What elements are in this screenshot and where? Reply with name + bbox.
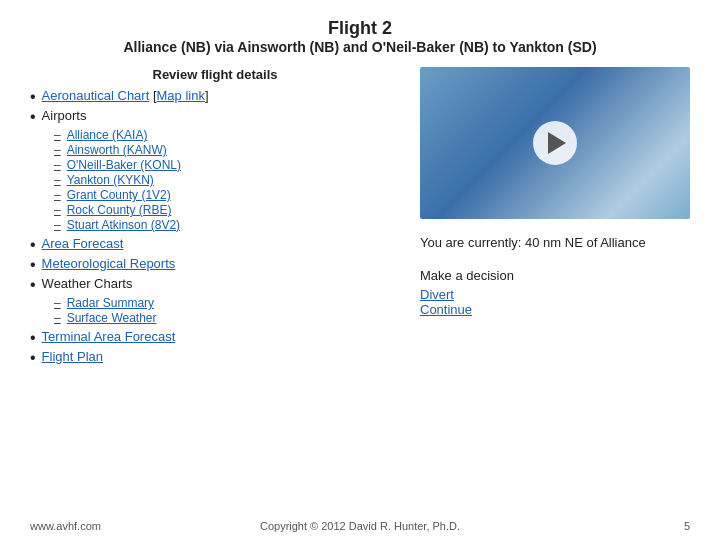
list-item-met-reports: • Meteorological Reports <box>30 256 400 273</box>
sub-dash: – <box>54 173 61 187</box>
airport-link[interactable]: Stuart Atkinson (8V2) <box>67 218 180 232</box>
list-item: –Rock County (RBE) <box>54 203 400 217</box>
airports-sub-list: –Alliance (KAIA) –Ainsworth (KANW) –O'Ne… <box>54 128 400 232</box>
footer-page: 5 <box>684 520 690 532</box>
bullet-dot: • <box>30 330 36 346</box>
sub-dash: – <box>54 128 61 142</box>
aero-chart-text: Aeronautical Chart [Map link] <box>42 88 209 103</box>
list-item: –Ainsworth (KANW) <box>54 143 400 157</box>
left-column: Review flight details • Aeronautical Cha… <box>30 67 400 369</box>
bullet-dot: • <box>30 237 36 253</box>
continue-link[interactable]: Continue <box>420 302 472 317</box>
title-block: Flight 2 Alliance (NB) via Ainsworth (NB… <box>30 18 690 55</box>
bullet-dot: • <box>30 89 36 105</box>
airport-link[interactable]: Rock County (RBE) <box>67 203 172 217</box>
footer-left: www.avhf.com <box>30 520 101 532</box>
bullet-dot: • <box>30 350 36 366</box>
list-item: –Grant County (1V2) <box>54 188 400 202</box>
list-item: –Yankton (KYKN) <box>54 173 400 187</box>
airport-link[interactable]: Yankton (KYKN) <box>67 173 154 187</box>
met-reports-link[interactable]: Meteorological Reports <box>42 256 176 271</box>
airport-link[interactable]: Ainsworth (KANW) <box>67 143 167 157</box>
decision-block: Make a decision Divert Continue <box>420 268 690 317</box>
more-bullet-list: • Area Forecast • Meteorological Reports… <box>30 236 400 293</box>
radar-summary-link[interactable]: Radar Summary <box>67 296 154 310</box>
list-item: • Aeronautical Chart [Map link] <box>30 88 400 105</box>
bullet-dot: • <box>30 277 36 293</box>
sub-dash: – <box>54 311 61 325</box>
weather-charts-label: Weather Charts <box>42 276 133 291</box>
map-link[interactable]: Map link <box>157 88 205 103</box>
play-button[interactable] <box>533 121 577 165</box>
video-thumbnail[interactable] <box>420 67 690 219</box>
list-item: –Surface Weather <box>54 311 400 325</box>
sub-dash: – <box>54 143 61 157</box>
airport-link[interactable]: O'Neill-Baker (KONL) <box>67 158 181 172</box>
divert-link[interactable]: Divert <box>420 287 454 302</box>
area-forecast-link[interactable]: Area Forecast <box>42 236 124 251</box>
flight-plan-link[interactable]: Flight Plan <box>42 349 103 364</box>
play-icon <box>548 132 566 154</box>
sub-dash: – <box>54 218 61 232</box>
surface-weather-link[interactable]: Surface Weather <box>67 311 157 325</box>
footer-copyright: Copyright © 2012 David R. Hunter, Ph.D. <box>260 520 460 532</box>
list-item-terminal-forecast: • Terminal Area Forecast <box>30 329 400 346</box>
airports-label: Airports <box>42 108 87 123</box>
list-item: –Alliance (KAIA) <box>54 128 400 142</box>
final-bullet-list: • Terminal Area Forecast • Flight Plan <box>30 329 400 366</box>
list-item-weather-charts: • Weather Charts <box>30 276 400 293</box>
title-line2: Alliance (NB) via Ainsworth (NB) and O'N… <box>30 39 690 55</box>
airport-link[interactable]: Grant County (1V2) <box>67 188 171 202</box>
sub-dash: – <box>54 188 61 202</box>
list-item-area-forecast: • Area Forecast <box>30 236 400 253</box>
weather-sub-list: –Radar Summary –Surface Weather <box>54 296 400 325</box>
bullet-dot-airports: • <box>30 109 36 125</box>
list-item-airports: • Airports <box>30 108 400 125</box>
list-item: –Radar Summary <box>54 296 400 310</box>
decision-label: Make a decision <box>420 268 690 283</box>
content-area: Review flight details • Aeronautical Cha… <box>30 67 690 369</box>
footer-center: Copyright © 2012 David R. Hunter, Ph.D. <box>260 520 460 532</box>
aero-chart-link[interactable]: Aeronautical Chart <box>42 88 150 103</box>
list-item-flight-plan: • Flight Plan <box>30 349 400 366</box>
aero-bracket-close: ] <box>205 88 209 103</box>
main-bullet-list: • Aeronautical Chart [Map link] • Airpor… <box>30 88 400 125</box>
slide: Flight 2 Alliance (NB) via Ainsworth (NB… <box>0 0 720 540</box>
terminal-forecast-link[interactable]: Terminal Area Forecast <box>42 329 176 344</box>
location-text: You are currently: 40 nm NE of Alliance <box>420 235 690 250</box>
sub-dash: – <box>54 158 61 172</box>
sub-dash: – <box>54 203 61 217</box>
list-item: –Stuart Atkinson (8V2) <box>54 218 400 232</box>
review-heading: Review flight details <box>30 67 400 82</box>
airport-link[interactable]: Alliance (KAIA) <box>67 128 148 142</box>
list-item: –O'Neill-Baker (KONL) <box>54 158 400 172</box>
title-line1: Flight 2 <box>30 18 690 39</box>
sub-dash: – <box>54 296 61 310</box>
right-column: You are currently: 40 nm NE of Alliance … <box>420 67 690 369</box>
bullet-dot: • <box>30 257 36 273</box>
